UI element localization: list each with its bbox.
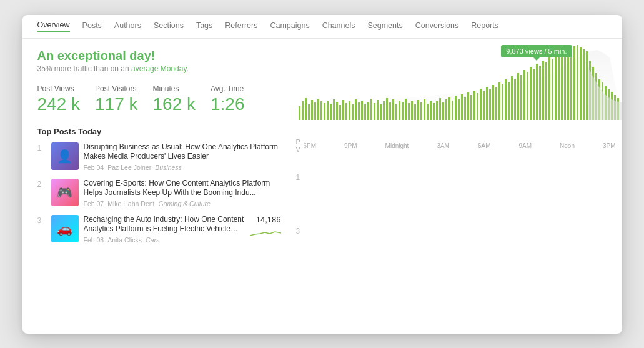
main-nav: Overview Posts Authors Sections Tags Ref… bbox=[22, 15, 622, 39]
svg-rect-43 bbox=[433, 103, 435, 120]
nav-overview[interactable]: Overview bbox=[37, 21, 70, 32]
svg-rect-22 bbox=[367, 102, 369, 120]
svg-rect-64 bbox=[498, 82, 500, 120]
nav-reports[interactable]: Reports bbox=[471, 21, 498, 31]
post-category-2: Gaming & Culture bbox=[159, 200, 211, 207]
svg-rect-21 bbox=[364, 104, 366, 120]
post-title-1[interactable]: Disrupting Business as Usual: How One An… bbox=[84, 142, 281, 162]
svg-rect-86 bbox=[567, 48, 569, 120]
nav-authors[interactable]: Authors bbox=[114, 21, 141, 31]
svg-rect-16 bbox=[349, 101, 350, 120]
svg-rect-24 bbox=[374, 103, 375, 120]
post-category-1: Business bbox=[155, 164, 182, 171]
svg-rect-57 bbox=[477, 93, 478, 120]
stat-minutes-value: 162 k bbox=[153, 94, 196, 114]
svg-rect-17 bbox=[352, 104, 354, 120]
svg-rect-53 bbox=[464, 97, 466, 120]
svg-rect-66 bbox=[505, 79, 507, 120]
nav-sections[interactable]: Sections bbox=[154, 21, 184, 31]
svg-rect-29 bbox=[389, 102, 391, 120]
svg-rect-89 bbox=[577, 45, 578, 120]
stat-post-views-value: 242 k bbox=[37, 94, 81, 114]
svg-rect-59 bbox=[483, 91, 485, 120]
svg-rect-90 bbox=[580, 47, 582, 120]
svg-rect-54 bbox=[467, 92, 469, 120]
chart-label-9pm: 9PM bbox=[344, 142, 357, 149]
svg-rect-71 bbox=[520, 75, 522, 120]
svg-rect-45 bbox=[439, 98, 441, 120]
post-thumbnail-1: 👤 bbox=[51, 142, 79, 170]
svg-rect-36 bbox=[411, 101, 413, 120]
post-info-2: Covering E-Sports: How One Content Analy… bbox=[84, 179, 281, 207]
svg-rect-26 bbox=[380, 104, 382, 120]
nav-campaigns[interactable]: Campaigns bbox=[270, 21, 309, 31]
svg-rect-25 bbox=[377, 100, 379, 120]
stat-post-visitors-label: Post Visitors bbox=[95, 84, 138, 93]
svg-rect-28 bbox=[386, 98, 388, 120]
post-thumb-face-3: 🚗 bbox=[51, 215, 79, 242]
stat-post-views: Post Views 242 k bbox=[37, 84, 81, 114]
post-rank-3: 3 bbox=[37, 215, 46, 225]
svg-rect-8 bbox=[324, 103, 325, 120]
post-rank-1: 1 bbox=[37, 142, 46, 152]
stat-post-visitors: Post Visitors 117 k bbox=[95, 84, 138, 114]
post-title-3[interactable]: Recharging the Auto Industry: How One Co… bbox=[84, 215, 245, 234]
stat-post-views-label: Post Views bbox=[37, 84, 81, 93]
post-date-1: Feb 04 bbox=[84, 164, 104, 171]
stat-avg-time-label: Avg. Time bbox=[211, 84, 245, 93]
svg-rect-83 bbox=[558, 56, 560, 120]
svg-rect-76 bbox=[536, 64, 538, 120]
post-thumb-face-2: 🎮 bbox=[51, 179, 79, 206]
svg-rect-4 bbox=[311, 100, 313, 120]
svg-rect-35 bbox=[408, 103, 410, 120]
svg-rect-10 bbox=[330, 104, 332, 120]
stat-minutes-label: Minutes bbox=[153, 84, 196, 93]
sparkline-3-today bbox=[250, 226, 281, 238]
nav-tags[interactable]: Tags bbox=[196, 21, 212, 31]
svg-rect-7 bbox=[320, 101, 322, 120]
svg-rect-75 bbox=[533, 69, 535, 120]
svg-rect-85 bbox=[564, 53, 566, 120]
list-item: 2 🎮 Covering E-Sports: How One Content A… bbox=[37, 179, 281, 207]
svg-rect-6 bbox=[317, 99, 319, 120]
nav-channels[interactable]: Channels bbox=[322, 21, 355, 31]
post-meta-1: Feb 04 Paz Lee Joiner Business bbox=[84, 164, 281, 171]
svg-rect-32 bbox=[399, 101, 400, 120]
svg-rect-56 bbox=[473, 91, 475, 120]
svg-rect-79 bbox=[545, 62, 547, 120]
traffic-chart-area: 9,873 views / 5 min. bbox=[297, 39, 622, 164]
bottom-section: Top Posts Today 1 👤 Disrupting Business … bbox=[37, 127, 300, 289]
svg-rect-39 bbox=[420, 102, 422, 120]
svg-rect-61 bbox=[489, 89, 491, 120]
subheadline-prefix: 35% more traffic than on an bbox=[37, 64, 132, 73]
svg-rect-34 bbox=[405, 99, 407, 120]
post-meta-2: Feb 07 Mike Hahn Dent Gaming & Culture bbox=[84, 200, 281, 207]
svg-rect-87 bbox=[570, 50, 572, 120]
post-author-1: Paz Lee Joiner bbox=[107, 164, 151, 171]
svg-rect-51 bbox=[458, 99, 460, 120]
nav-segments[interactable]: Segments bbox=[367, 21, 402, 31]
chart-label-9am: 9AM bbox=[518, 142, 532, 149]
svg-rect-82 bbox=[555, 54, 557, 120]
svg-rect-58 bbox=[480, 89, 482, 120]
subheadline-link[interactable]: average Monday bbox=[131, 64, 187, 73]
stat-avg-time: Avg. Time 1:26 bbox=[211, 84, 245, 114]
post-date-2: Feb 07 bbox=[84, 200, 104, 207]
svg-rect-52 bbox=[461, 94, 463, 120]
post-rank-last10-1: 1 bbox=[296, 171, 300, 182]
svg-rect-44 bbox=[436, 101, 438, 120]
post-3-today-views: 14,186 bbox=[256, 215, 281, 224]
nav-posts[interactable]: Posts bbox=[82, 21, 102, 31]
chart-label-3pm: 3PM bbox=[603, 142, 616, 149]
svg-rect-68 bbox=[511, 76, 513, 120]
nav-referrers[interactable]: Referrers bbox=[225, 21, 257, 31]
svg-rect-78 bbox=[542, 61, 544, 120]
svg-rect-18 bbox=[355, 99, 357, 120]
post-date-3: Feb 08 bbox=[84, 236, 104, 244]
nav-conversions[interactable]: Conversions bbox=[415, 21, 458, 31]
svg-rect-1 bbox=[302, 101, 304, 120]
post-category-3: Cars bbox=[146, 236, 159, 244]
svg-rect-11 bbox=[333, 99, 335, 120]
post-title-2[interactable]: Covering E-Sports: How One Content Analy… bbox=[84, 179, 281, 198]
post-info-3: Recharging the Auto Industry: How One Co… bbox=[84, 215, 245, 244]
